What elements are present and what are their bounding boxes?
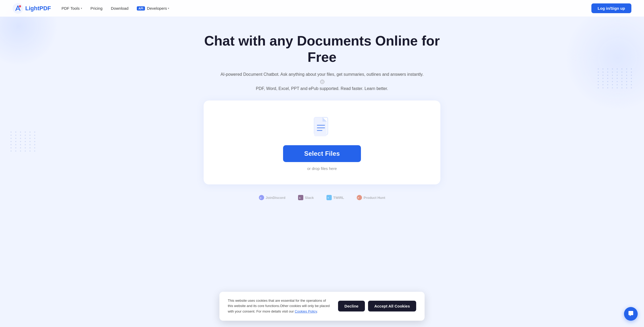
nav-download[interactable]: Download xyxy=(111,6,129,11)
svg-point-12 xyxy=(357,195,362,200)
navbar: LightPDF PDF Tools ▾ Pricing Download AP… xyxy=(0,0,644,17)
dropzone: Select Files or drop files here xyxy=(204,100,440,184)
cookies-policy-link[interactable]: Cookies Policy xyxy=(295,309,317,313)
logo-joindiscord: D JoinDiscord xyxy=(259,195,285,200)
chat-support-bubble[interactable] xyxy=(624,307,638,321)
nav-pdf-tools[interactable]: PDF Tools ▾ xyxy=(62,6,82,11)
svg-text:D: D xyxy=(260,197,261,199)
logo-twirl: T TWIRL xyxy=(326,195,344,200)
logo-icon xyxy=(13,3,23,14)
info-icon: ⓘ xyxy=(320,80,324,84)
cookie-buttons: Decline Accept All Cookies xyxy=(338,301,416,311)
drop-hint-text: or drop files here xyxy=(307,166,337,171)
logo-text: LightPDF xyxy=(25,5,51,12)
partner-logos-strip: D JoinDiscord S Slack T TWIRL P Product … xyxy=(259,195,385,205)
chevron-down-icon: ▾ xyxy=(81,7,82,10)
hero-subtitle: AI-powered Document Chatbot. Ask anythin… xyxy=(219,71,425,92)
svg-point-6 xyxy=(259,195,264,200)
login-signup-button[interactable]: Log in/Sign up xyxy=(591,3,631,13)
svg-point-1 xyxy=(19,5,21,7)
select-files-button[interactable]: Select Files xyxy=(283,145,361,162)
logo-producthunt: P Product Hunt xyxy=(357,195,385,200)
svg-rect-8 xyxy=(298,195,303,200)
cookie-message: This website uses cookies that are essen… xyxy=(228,298,330,314)
accept-all-cookies-button[interactable]: Accept All Cookies xyxy=(368,301,416,311)
chevron-down-icon-2: ▾ xyxy=(168,7,169,10)
svg-rect-10 xyxy=(326,195,332,200)
svg-text:P: P xyxy=(358,197,359,199)
file-document-icon xyxy=(313,117,331,138)
api-badge: API xyxy=(137,6,145,11)
nav-pricing[interactable]: Pricing xyxy=(90,6,103,11)
hero-title: Chat with any Documents Online for Free xyxy=(204,33,440,66)
svg-point-0 xyxy=(13,3,23,14)
svg-text:T: T xyxy=(328,197,329,199)
svg-text:S: S xyxy=(299,197,301,199)
cookie-banner: This website uses cookies that are essen… xyxy=(219,292,425,321)
main-content: Chat with any Documents Online for Free … xyxy=(0,17,644,205)
nav-developers[interactable]: API Developers ▾ xyxy=(137,6,169,11)
logo-slack: S Slack xyxy=(298,195,314,200)
chat-icon xyxy=(627,310,634,317)
logo-link[interactable]: LightPDF xyxy=(13,3,51,14)
decline-button[interactable]: Decline xyxy=(338,301,365,311)
nav-links: PDF Tools ▾ Pricing Download API Develop… xyxy=(62,6,591,11)
